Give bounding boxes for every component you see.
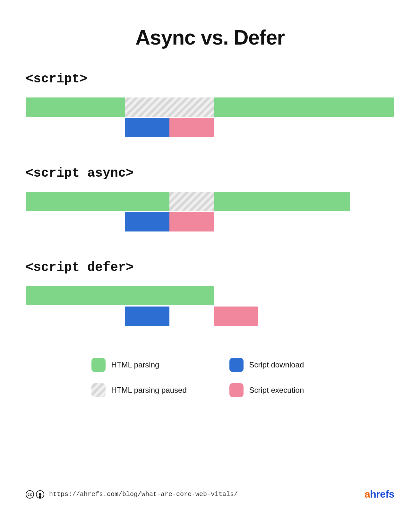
segment-blue bbox=[125, 118, 169, 137]
brand-prefix: a bbox=[364, 488, 370, 500]
legend-item: HTML parsing bbox=[91, 358, 191, 372]
segment-green bbox=[214, 97, 394, 117]
legend-swatch bbox=[91, 383, 106, 397]
legend-label: Script execution bbox=[249, 386, 304, 395]
cc-icon: cc bbox=[26, 490, 34, 499]
legend-label: HTML parsing bbox=[111, 360, 159, 369]
segment-pink bbox=[169, 118, 214, 137]
segment-paused bbox=[125, 97, 214, 117]
script-row bbox=[26, 307, 394, 326]
footer-left: cc https://ahrefs.com/blog/what-are-core… bbox=[26, 490, 238, 499]
brand-logo: ahrefs bbox=[364, 488, 394, 500]
segment-empty bbox=[169, 307, 214, 326]
timeline bbox=[26, 286, 394, 326]
legend-label: HTML parsing paused bbox=[111, 386, 187, 395]
page-title: Async vs. Defer bbox=[26, 26, 394, 49]
timeline-section: <script async> bbox=[26, 166, 394, 231]
segment-blue bbox=[125, 212, 169, 231]
segment-empty bbox=[26, 212, 125, 231]
section-label: <script async> bbox=[26, 166, 394, 181]
legend-label: Script download bbox=[249, 360, 304, 369]
cc-by-icon bbox=[36, 490, 44, 499]
legend-swatch bbox=[229, 358, 244, 372]
parsing-row bbox=[26, 97, 394, 117]
script-row bbox=[26, 212, 394, 231]
section-label: <script> bbox=[26, 72, 394, 86]
legend: HTML parsingScript downloadHTML parsing … bbox=[91, 358, 329, 397]
timeline bbox=[26, 97, 394, 137]
segment-green bbox=[26, 97, 125, 117]
segment-empty bbox=[26, 307, 125, 326]
legend-item: HTML parsing paused bbox=[91, 383, 191, 397]
timeline bbox=[26, 192, 394, 231]
parsing-row bbox=[26, 192, 394, 211]
legend-swatch bbox=[229, 383, 244, 397]
brand-rest: hrefs bbox=[370, 488, 394, 500]
legend-item: Script download bbox=[229, 358, 329, 372]
timeline-section: <script> bbox=[26, 72, 394, 137]
segment-pink bbox=[214, 307, 258, 326]
segment-green bbox=[214, 192, 350, 211]
source-url: https://ahrefs.com/blog/what-are-core-we… bbox=[49, 491, 238, 498]
segment-green bbox=[26, 286, 214, 305]
legend-swatch bbox=[91, 358, 106, 372]
segment-pink bbox=[169, 212, 214, 231]
diagram-container: <script><script async><script defer> bbox=[26, 72, 394, 355]
segment-paused bbox=[169, 192, 214, 211]
section-label: <script defer> bbox=[26, 260, 394, 275]
footer: cc https://ahrefs.com/blog/what-are-core… bbox=[26, 472, 394, 500]
segment-empty bbox=[26, 118, 125, 137]
timeline-section: <script defer> bbox=[26, 260, 394, 326]
parsing-row bbox=[26, 286, 394, 305]
script-row bbox=[26, 118, 394, 137]
segment-blue bbox=[125, 307, 169, 326]
cc-license-icons: cc bbox=[26, 490, 44, 499]
segment-green bbox=[26, 192, 169, 211]
legend-item: Script execution bbox=[229, 383, 329, 397]
